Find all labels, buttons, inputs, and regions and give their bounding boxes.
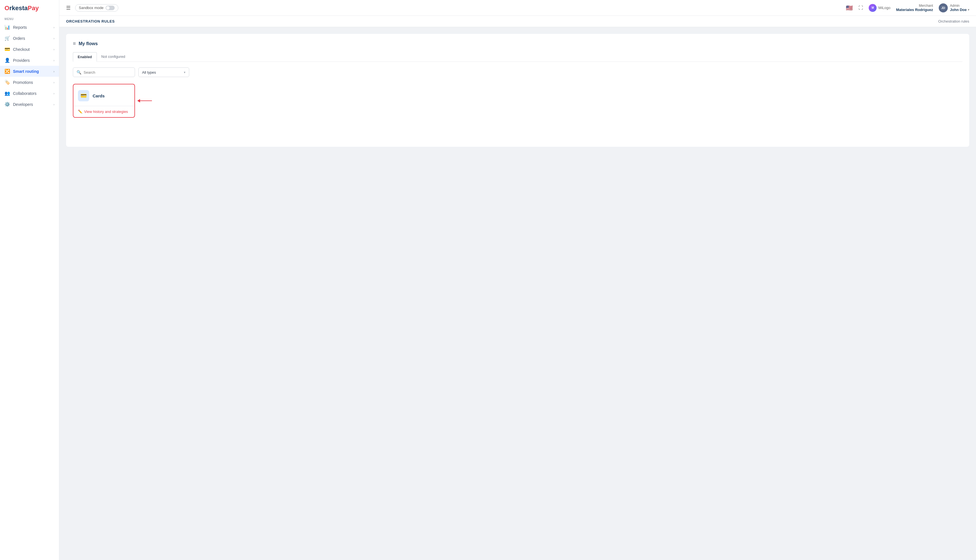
providers-icon: 👤 — [5, 58, 10, 63]
sidebar-item-label-reports: Reports — [13, 25, 27, 30]
expand-icon[interactable]: ⛶ — [859, 5, 863, 10]
flows-header: ≡ My flows — [73, 41, 963, 47]
chevron-icon: › — [53, 48, 55, 51]
search-box[interactable]: 🔍 — [73, 67, 135, 77]
type-filter[interactable]: All types ▾ — [138, 67, 189, 77]
search-input[interactable] — [83, 70, 131, 75]
chevron-icon: › — [53, 103, 55, 106]
sidebar-item-label-providers: Providers — [13, 58, 30, 63]
toggle-track[interactable] — [106, 6, 115, 10]
logo-pay: Pay — [28, 5, 39, 12]
search-icon: 🔍 — [77, 70, 81, 75]
checkout-icon: 💳 — [5, 47, 10, 52]
tabs-row: Enabled Not configured — [73, 52, 963, 62]
merchant-info: Merchant Materiales Rodriguez — [896, 4, 933, 12]
view-history-link[interactable]: ✏️ View history and strategies — [78, 110, 128, 114]
tab-not-configured[interactable]: Not configured — [97, 52, 130, 62]
logo-text: rkesta — [9, 5, 28, 12]
sidebar-item-collaborators[interactable]: 👥 Collaborators › — [0, 88, 59, 99]
annotation-arrow — [137, 99, 152, 102]
sidebar-item-label-checkout: Checkout — [13, 47, 30, 52]
chevron-icon: › — [53, 70, 55, 73]
sandbox-label: Sandbox mode — [79, 6, 103, 10]
arrow-line — [140, 100, 152, 101]
chevron-icon: › — [53, 59, 55, 62]
content-area: ORCHESTRATION RULES Orchestration rules … — [59, 16, 976, 560]
breadcrumb: Orchestration rules — [938, 19, 969, 23]
merchant-label: Merchant — [896, 4, 933, 8]
sidebar-item-label-collaborators: Collaborators — [13, 91, 37, 96]
sidebar-item-label-orders: Orders — [13, 36, 25, 41]
milogo-section: M MiLogo — [869, 4, 891, 12]
filters-row: 🔍 All types ▾ — [73, 67, 963, 77]
tab-enabled[interactable]: Enabled — [73, 52, 97, 62]
flows-card: ≡ My flows Enabled Not configured 🔍 All … — [66, 34, 969, 147]
sidebar-item-developers[interactable]: ⚙️ Developers › — [0, 99, 59, 110]
smart-routing-icon: 🔀 — [5, 68, 10, 74]
logo: OrkestaPay — [0, 0, 59, 15]
flow-card-top: 💳 Cards — [73, 84, 134, 106]
collaborators-icon: 👥 — [5, 91, 10, 96]
chevron-icon: › — [53, 81, 55, 84]
chevron-icon: › — [53, 92, 55, 95]
card-type-icon: 💳 — [80, 93, 87, 99]
sidebar-item-providers[interactable]: 👤 Providers › — [0, 55, 59, 66]
sidebar-item-smart-routing[interactable]: 🔀 Smart routing › — [0, 66, 59, 77]
sidebar-item-promotions[interactable]: 🏷️ Promotions › — [0, 77, 59, 88]
main-area: ☰ Sandbox mode 🇺🇸 ⛶ M MiLogo Merchant Ma… — [59, 0, 976, 560]
menu-label: MENU — [0, 15, 59, 22]
chevron-icon: › — [53, 37, 55, 40]
avatar: JD — [939, 3, 948, 12]
sidebar-item-label-promotions: Promotions — [13, 80, 33, 85]
arrow-head-icon — [137, 99, 140, 102]
admin-chevron-icon: ▾ — [968, 8, 969, 11]
flow-card-name: Cards — [93, 93, 105, 98]
milogo-label: MiLogo — [878, 6, 891, 10]
edit-icon: ✏️ — [78, 110, 82, 114]
promotions-icon: 🏷️ — [5, 80, 10, 85]
logo-o: O — [5, 5, 9, 12]
sidebar-item-checkout[interactable]: 💳 Checkout › — [0, 44, 59, 55]
top-header: ☰ Sandbox mode 🇺🇸 ⛶ M MiLogo Merchant Ma… — [59, 0, 976, 16]
sidebar-item-orders[interactable]: 🛒 Orders › — [0, 33, 59, 44]
view-link-label: View history and strategies — [84, 110, 128, 114]
flag-icon[interactable]: 🇺🇸 — [846, 5, 853, 11]
hamburger-icon[interactable]: ☰ — [66, 5, 71, 11]
admin-name: John Doe ▾ — [950, 8, 969, 12]
flows-icon: ≡ — [73, 41, 76, 47]
orders-icon: 🛒 — [5, 35, 10, 41]
admin-info[interactable]: JD Admin John Doe ▾ — [939, 3, 969, 12]
type-filter-label: All types — [142, 70, 156, 75]
reports-icon: 📊 — [5, 25, 10, 30]
toggle-thumb — [106, 6, 110, 10]
sidebar-item-reports[interactable]: 📊 Reports › — [0, 22, 59, 33]
sandbox-toggle[interactable]: Sandbox mode — [75, 4, 118, 12]
flow-card-bottom[interactable]: ✏️ View history and strategies — [73, 106, 134, 117]
flows-title: My flows — [79, 41, 98, 46]
card-icon-wrap: 💳 — [78, 90, 89, 101]
sidebar-item-label-smart-routing: Smart routing — [13, 69, 39, 74]
flow-card-cards[interactable]: 💳 Cards ✏️ View history and strategies — [73, 84, 135, 118]
sidebar-item-label-developers: Developers — [13, 102, 33, 107]
chevron-down-icon: ▾ — [184, 70, 185, 74]
chevron-icon: › — [53, 26, 55, 29]
merchant-name: Materiales Rodriguez — [896, 8, 933, 12]
page-header-bar: ORCHESTRATION RULES Orchestration rules — [59, 16, 976, 27]
sidebar: OrkestaPay MENU 📊 Reports › 🛒 Orders › 💳… — [0, 0, 59, 560]
developers-icon: ⚙️ — [5, 102, 10, 107]
page-title: ORCHESTRATION RULES — [66, 19, 115, 23]
milogo-icon: M — [869, 4, 877, 12]
cards-grid: 💳 Cards ✏️ View history and strategies — [73, 84, 963, 118]
admin-label: Admin — [950, 4, 969, 8]
